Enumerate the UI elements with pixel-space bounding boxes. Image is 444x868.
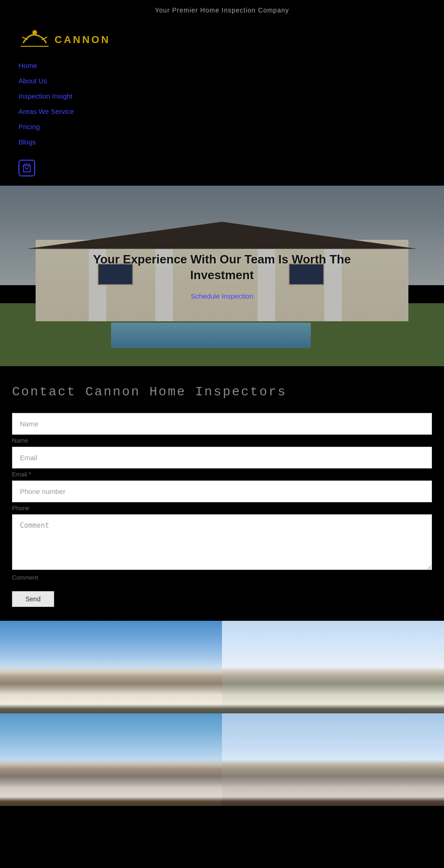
hero-section: Your Experience With Our Team Is Worth T… xyxy=(0,186,444,366)
comment-textarea[interactable] xyxy=(12,514,432,570)
name-label: Name xyxy=(12,436,432,447)
contact-title: Contact Cannon Home Inspectors xyxy=(12,385,432,399)
phone-label: Phone xyxy=(12,503,432,514)
contact-form: Name Email * Phone Comment Send xyxy=(12,413,432,607)
gallery-item-4 xyxy=(222,713,444,806)
tagline: Your Premier Home Inspection Company xyxy=(0,0,444,19)
comment-field-group: Comment xyxy=(12,514,432,584)
nav-insight[interactable]: Inspection Insight xyxy=(18,92,426,100)
schedule-inspection-button[interactable]: Schedule Inspection xyxy=(191,292,253,300)
nav-blogs[interactable]: Blogs xyxy=(18,138,426,146)
nav-pricing[interactable]: Pricing xyxy=(18,123,426,131)
hero-overlay: Your Experience With Our Team Is Worth T… xyxy=(0,186,444,366)
name-input[interactable] xyxy=(12,413,432,435)
navigation: Home About Us Inspection Insight Areas W… xyxy=(0,57,444,155)
comment-label: Comment xyxy=(12,573,432,584)
email-field-group: Email * xyxy=(12,447,432,481)
hero-title: Your Experience With Our Team Is Worth T… xyxy=(83,252,361,283)
gallery-item-1 xyxy=(0,621,222,713)
nav-home[interactable]: Home xyxy=(18,62,426,69)
cart-area xyxy=(0,155,444,186)
nav-about[interactable]: About Us xyxy=(18,77,426,85)
svg-point-0 xyxy=(32,30,37,35)
cart-button[interactable] xyxy=(18,160,35,176)
phone-field-group: Phone xyxy=(12,481,432,514)
cart-icon xyxy=(22,163,31,173)
logo-area: CANNON xyxy=(0,19,444,57)
email-input[interactable] xyxy=(12,447,432,468)
email-label: Email * xyxy=(12,469,432,481)
logo[interactable]: CANNON xyxy=(18,27,426,52)
cannon-logo-icon xyxy=(18,27,51,52)
name-field-group: Name xyxy=(12,413,432,447)
gallery-item-2 xyxy=(222,621,444,713)
send-button[interactable]: Send xyxy=(12,591,54,607)
gallery-item-3 xyxy=(0,713,222,806)
nav-areas[interactable]: Areas We Service xyxy=(18,107,426,115)
gallery-section xyxy=(0,621,444,806)
contact-section: Contact Cannon Home Inspectors Name Emai… xyxy=(0,366,444,621)
logo-text: CANNON xyxy=(55,34,111,46)
phone-input[interactable] xyxy=(12,481,432,502)
